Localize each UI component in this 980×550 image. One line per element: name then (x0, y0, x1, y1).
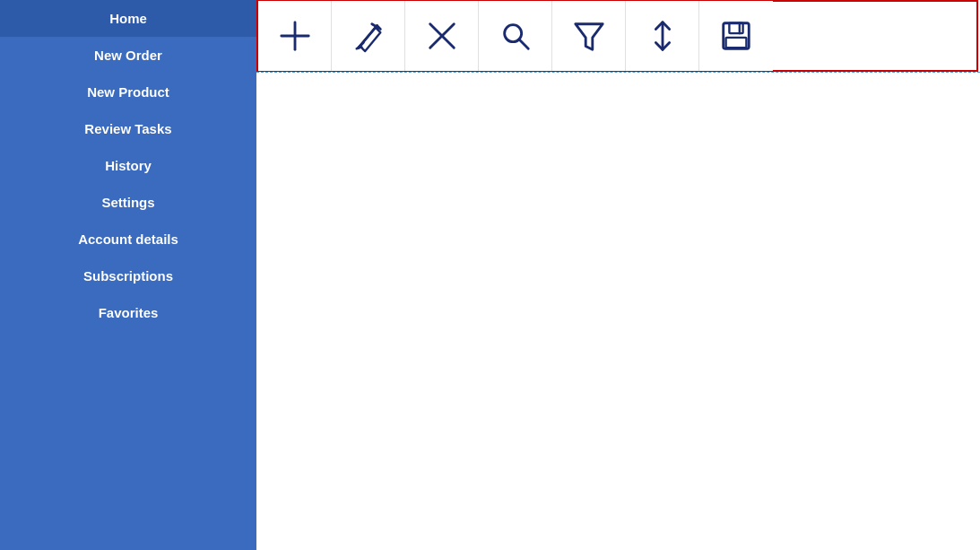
save-icon (719, 19, 753, 53)
plus-icon (278, 19, 312, 53)
main-content (256, 0, 980, 550)
edit-icon (351, 19, 386, 53)
svg-rect-13 (726, 38, 747, 48)
sidebar-item-new-product[interactable]: New Product (0, 74, 256, 110)
sidebar-item-account-details[interactable]: Account details (0, 221, 256, 258)
sidebar: HomeNew OrderNew ProductReview TasksHist… (0, 0, 256, 550)
delete-icon (425, 19, 459, 53)
sidebar-item-settings[interactable]: Settings (0, 184, 256, 221)
sidebar-item-new-order[interactable]: New Order (0, 37, 256, 74)
svg-rect-11 (724, 23, 750, 49)
sidebar-item-favorites[interactable]: Favorites (0, 294, 256, 331)
svg-marker-9 (575, 24, 602, 50)
sidebar-item-review-tasks[interactable]: Review Tasks (0, 110, 256, 147)
toolbar (256, 0, 978, 72)
search-icon (499, 19, 533, 53)
filter-icon (572, 19, 606, 53)
delete-button[interactable] (405, 1, 479, 71)
sort-icon (646, 19, 680, 53)
sort-button[interactable] (626, 1, 699, 71)
svg-rect-12 (729, 23, 742, 33)
save-button[interactable] (699, 1, 773, 71)
edit-button[interactable] (332, 1, 405, 71)
add-button[interactable] (258, 1, 332, 71)
content-area (256, 72, 980, 550)
sidebar-item-subscriptions[interactable]: Subscriptions (0, 258, 256, 294)
sidebar-item-history[interactable]: History (0, 147, 256, 184)
svg-line-8 (518, 39, 527, 48)
sidebar-item-home[interactable]: Home (0, 0, 256, 37)
filter-button[interactable] (552, 1, 626, 71)
search-button[interactable] (479, 1, 552, 71)
